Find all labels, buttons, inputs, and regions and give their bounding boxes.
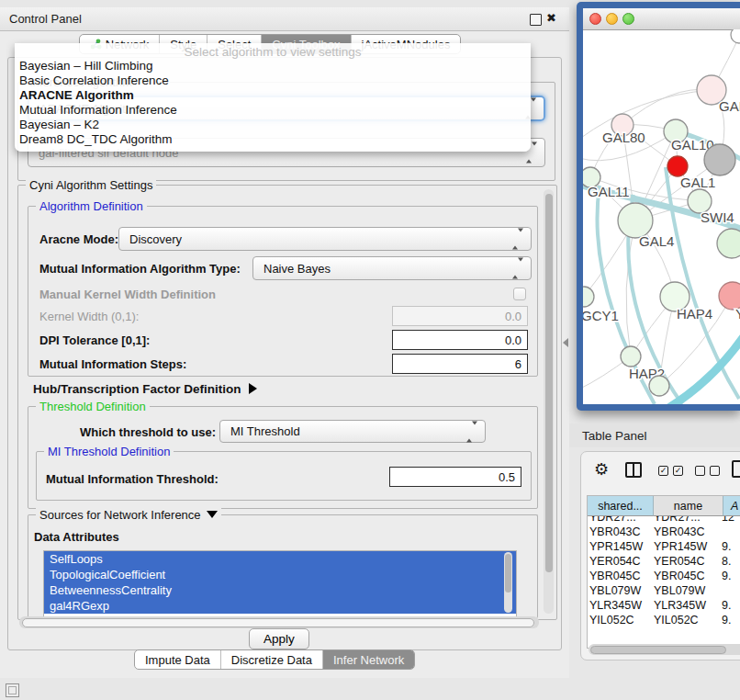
network-node-label: SWI4 — [701, 209, 734, 225]
combo-arrows-icon — [466, 424, 477, 438]
data-attribute-item[interactable]: BetweennessCentrality — [44, 582, 516, 598]
table-row[interactable]: YLR345W YLR345W 9. — [589, 599, 740, 614]
control-panel-title: Control Panel — [9, 12, 82, 26]
cell-name: YLR345W — [654, 599, 722, 614]
dpi-tolerance-label: DPI Tolerance [0,1]: — [39, 333, 150, 347]
algorithm-dropdown-popup: Select algorithm to view settings Bayesi… — [15, 43, 531, 152]
mini-window-icon[interactable] — [6, 683, 19, 697]
cell-name: YER054C — [654, 555, 722, 570]
table-panel-bar: Table Panel — [569, 423, 740, 447]
mi-threshold-input[interactable]: 0.5 — [389, 467, 521, 487]
aracne-mode-label: Aracne Mode: — [39, 232, 118, 246]
mi-type-label: Mutual Information Algorithm Type: — [39, 262, 241, 276]
table-row[interactable]: YPR145W YPR145W 9. — [589, 540, 740, 555]
manual-kernel-checkbox[interactable] — [513, 288, 526, 300]
cell-value: 9. — [722, 599, 740, 614]
data-attribute-item[interactable]: gal4RGexp — [44, 598, 516, 614]
network-node[interactable] — [731, 29, 740, 43]
minimize-traffic-light[interactable] — [606, 13, 618, 25]
mi-type-combobox[interactable]: Naive Bayes — [252, 256, 532, 280]
table-row[interactable]: YBL079W YBL079W — [589, 584, 740, 599]
table-hscrollbar-thumb[interactable] — [590, 646, 726, 654]
cell-value: 9. — [722, 614, 740, 628]
sources-title-label: Sources for Network Inference — [39, 508, 201, 522]
attributes-scrollbar[interactable] — [504, 552, 512, 613]
combo-arrows-icon — [512, 232, 523, 246]
tab-infer-network[interactable]: Infer Network — [322, 650, 414, 669]
table-row[interactable]: YER054C YER054C 8. — [589, 555, 740, 570]
algorithm-option[interactable]: Bayesian – K2 — [15, 118, 531, 132]
data-attribute-item[interactable]: TopologicalCoefficient — [44, 567, 516, 582]
network-node-label: GAL4 — [639, 233, 674, 249]
cell-name: YIL052C — [654, 614, 722, 628]
settings-scrollbar-thumb[interactable] — [545, 194, 553, 572]
network-node-label: GAL80 — [602, 130, 645, 145]
column-header-shared-name[interactable]: shared... — [588, 496, 654, 516]
settings-hscrollbar-thumb[interactable] — [22, 618, 534, 627]
threshold-definition-group: Threshold Definition Which threshold to … — [28, 406, 538, 509]
checked-checkbox-icon[interactable]: ✓ — [673, 466, 683, 476]
apply-button[interactable]: Apply — [249, 628, 309, 649]
cell-name: YBR043C — [654, 525, 722, 540]
algorithm-option[interactable]: ARACNE Algorithm — [15, 88, 531, 103]
mi-steps-input[interactable]: 6 — [392, 354, 528, 374]
algorithm-option[interactable]: Bayesian – Hill Climbing — [15, 59, 531, 73]
mi-threshold-group-title: MI Threshold Definition — [44, 445, 174, 458]
table-horizontal-scrollbar[interactable] — [589, 644, 740, 655]
sources-group-title[interactable]: Sources for Network Inference — [36, 508, 221, 522]
network-canvas[interactable]: GALGAL80GAL10GAL1GAL11SWI4GAL4GCY1HAP4YH… — [583, 29, 740, 404]
close-traffic-light[interactable] — [589, 13, 601, 25]
document-icon[interactable] — [732, 460, 740, 478]
network-node-label: Y — [735, 306, 740, 322]
table-row[interactable]: YIL052C YIL052C 9. — [589, 614, 740, 628]
network-node[interactable] — [717, 229, 740, 258]
hub-definition-toggle[interactable]: Hub/Transcription Factor Definition — [33, 382, 257, 396]
sources-group: Sources for Network Inference Data Attri… — [28, 514, 538, 618]
cell-shared-name: YBR043C — [589, 525, 654, 540]
network-node[interactable] — [621, 346, 641, 367]
algorithm-definition-group: Algorithm Definition Aracne Mode: Discov… — [28, 206, 538, 377]
table-row[interactable]: YBR043C YBR043C — [589, 525, 740, 540]
cyni-bottom-tabbar: Impute Data Discretize Data Infer Networ… — [134, 649, 415, 670]
tab-impute-data[interactable]: Impute Data — [135, 650, 220, 669]
network-node-label: GAL1 — [680, 175, 715, 190]
network-node[interactable] — [704, 144, 735, 175]
data-attributes-list[interactable]: SelfLoopsTopologicalCoefficientBetweenne… — [43, 550, 517, 618]
cell-shared-name: YBR045C — [589, 570, 654, 584]
network-node[interactable] — [667, 156, 688, 176]
collapse-down-icon — [207, 511, 218, 518]
data-attribute-item[interactable]: SelfLoops — [44, 551, 516, 567]
unchecked-checkbox-icon[interactable] — [710, 466, 720, 476]
attributes-scrollbar-thumb[interactable] — [505, 554, 511, 593]
column-header-name[interactable]: name — [654, 496, 723, 516]
cell-value: 8. — [722, 555, 740, 570]
checked-checkbox-icon[interactable]: ✓ — [658, 466, 668, 476]
which-threshold-combobox[interactable]: MI Threshold — [219, 420, 486, 443]
network-node[interactable] — [649, 376, 669, 396]
divider-collapse-icon[interactable] — [563, 338, 568, 347]
close-icon[interactable]: ✖ — [546, 11, 556, 25]
network-window-titlebar[interactable] — [583, 8, 740, 30]
application-root: Control Panel ✖ Network Style Select Cyn… — [0, 0, 740, 700]
algorithm-option[interactable]: Dream8 DC_TDC Algorithm — [15, 132, 531, 147]
cell-name: YBL079W — [654, 584, 722, 599]
gear-icon[interactable]: ⚙ — [594, 459, 609, 479]
network-node[interactable] — [583, 287, 594, 307]
unchecked-checkbox-icon[interactable] — [695, 466, 705, 476]
dpi-tolerance-input[interactable]: 0.0 — [392, 330, 528, 350]
algorithm-option[interactable]: Basic Correlation Inference — [15, 73, 531, 88]
kernel-width-input[interactable]: 0.0 — [392, 306, 528, 326]
table-row[interactable]: YBR045C YBR045C 9. — [589, 570, 740, 584]
which-threshold-label: Which threshold to use: — [80, 425, 216, 439]
algorithm-option[interactable]: Mutual Information Inference — [15, 103, 531, 118]
split-columns-icon[interactable] — [625, 462, 642, 478]
column-header-partial[interactable]: A — [723, 496, 740, 516]
mi-steps-label: Mutual Information Steps: — [39, 357, 186, 371]
float-window-icon[interactable] — [530, 14, 542, 26]
settings-horizontal-scrollbar[interactable] — [19, 616, 539, 628]
zoom-traffic-light[interactable] — [622, 13, 634, 25]
tab-discretize-data[interactable]: Discretize Data — [220, 650, 322, 669]
aracne-mode-combobox[interactable]: Discovery — [118, 227, 532, 251]
cell-shared-name: YER054C — [589, 555, 654, 570]
settings-vertical-scrollbar[interactable] — [544, 189, 554, 614]
